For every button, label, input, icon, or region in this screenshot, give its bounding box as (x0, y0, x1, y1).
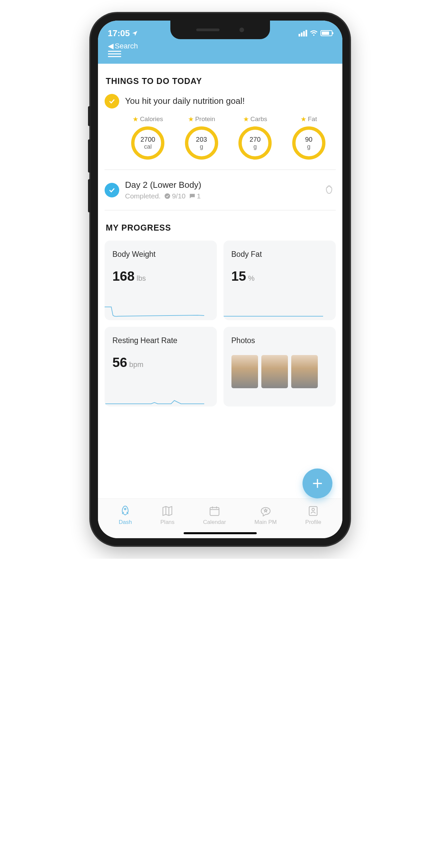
star-icon: ★ (133, 115, 139, 123)
menu-button[interactable] (108, 51, 121, 57)
status-icons (298, 29, 332, 37)
star-icon: ★ (188, 115, 194, 123)
rocket-icon (119, 505, 131, 517)
tab-calendar[interactable]: Calendar (203, 505, 226, 526)
tab-main-pm[interactable]: Main PM (254, 505, 276, 526)
carbs-metric[interactable]: ★Carbs 270g (238, 115, 272, 160)
sparkline (105, 304, 204, 320)
tab-dash[interactable]: Dash (119, 505, 132, 526)
todo-section-title: THINGS TO DO TODAY (106, 76, 336, 86)
photo-thumbnails (231, 355, 328, 388)
check-icon (105, 94, 119, 108)
svg-point-0 (165, 193, 170, 199)
protein-metric[interactable]: ★Protein 203g (185, 115, 218, 160)
photo-thumb (291, 355, 318, 388)
nutrition-metrics: ★Calories 2700cal ★Protein 203g ★Carbs 2… (105, 115, 336, 160)
wifi-icon (310, 29, 318, 37)
phone-frame: 17:05 ◀ Search THINGS TO DO TODAY You hi… (91, 13, 350, 546)
photo-thumb (231, 355, 258, 388)
progress-section-title: MY PROGRESS (106, 223, 336, 232)
add-button[interactable] (302, 468, 332, 498)
sparkline (224, 304, 323, 320)
workout-item[interactable]: Day 2 (Lower Body) Completed. 9/10 1 (105, 177, 336, 204)
svg-point-4 (312, 508, 315, 510)
body-weight-card[interactable]: Body Weight 168lbs (105, 241, 217, 320)
status-time: 17:05 (108, 28, 138, 38)
comment-icon (189, 193, 196, 199)
divider (105, 169, 336, 170)
photo-thumb (261, 355, 288, 388)
chat-star-icon (260, 505, 272, 517)
signal-icon (298, 30, 307, 36)
calendar-icon (209, 505, 221, 517)
progress-grid: Body Weight 168lbs Body Fat 15% Resting … (105, 241, 336, 406)
check-icon (105, 183, 119, 197)
heart-rate-card[interactable]: Resting Heart Rate 56bpm (105, 327, 217, 406)
nutrition-goal-item[interactable]: You hit your daily nutrition goal! (105, 94, 336, 108)
sparkline (105, 390, 204, 406)
fat-metric[interactable]: ★Fat 90g (292, 115, 325, 160)
calories-metric[interactable]: ★Calories 2700cal (131, 115, 165, 160)
plus-icon (311, 477, 324, 490)
star-icon: ★ (243, 115, 249, 123)
svg-rect-2 (210, 507, 219, 515)
location-arrow-icon (132, 30, 138, 36)
notch (170, 21, 270, 39)
body-fat-card[interactable]: Body Fat 15% (224, 241, 336, 320)
star-icon: ★ (300, 115, 306, 123)
map-icon (162, 505, 173, 517)
main-content: THINGS TO DO TODAY You hit your daily nu… (98, 64, 342, 498)
screen: 17:05 ◀ Search THINGS TO DO TODAY You hi… (98, 21, 342, 538)
workout-meta: Completed. 9/10 1 (125, 192, 317, 200)
rating-icon (164, 193, 171, 199)
nutrition-message: You hit your daily nutrition goal! (125, 94, 245, 106)
svg-point-1 (124, 508, 126, 510)
photos-card[interactable]: Photos (224, 327, 336, 406)
workout-title: Day 2 (Lower Body) (125, 180, 317, 190)
kettlebell-icon (322, 184, 336, 197)
home-indicator[interactable] (184, 532, 257, 534)
profile-icon (307, 505, 319, 517)
battery-icon (320, 30, 332, 36)
tab-profile[interactable]: Profile (305, 505, 321, 526)
back-to-search[interactable]: ◀ Search (108, 42, 332, 51)
divider (105, 210, 336, 210)
tab-plans[interactable]: Plans (160, 505, 175, 526)
